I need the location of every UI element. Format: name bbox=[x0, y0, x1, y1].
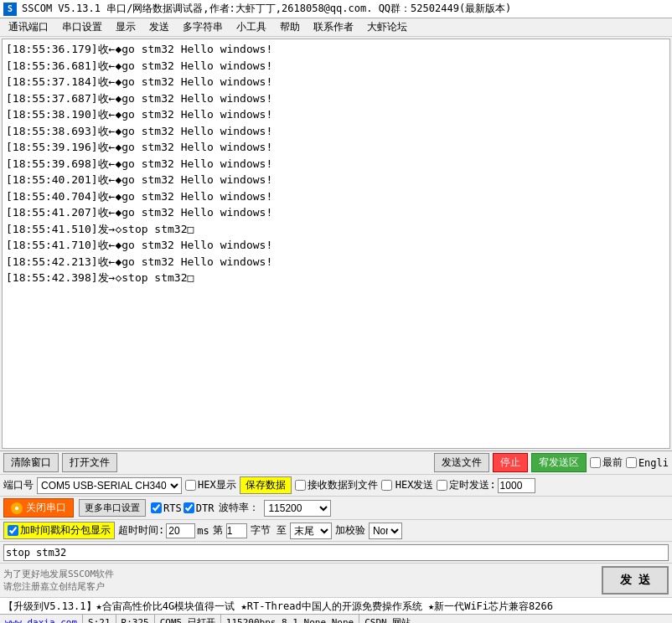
end-select[interactable]: 末尾 bbox=[290, 523, 332, 539]
timeout-label: 超时时间: bbox=[118, 523, 164, 538]
timestamp-row: 加时间戳和分包显示 超时时间: ms 第 字节 至 末尾 加校验 Nor bbox=[0, 520, 672, 542]
menu-item-大虾论坛[interactable]: 大虾论坛 bbox=[360, 18, 414, 36]
status-port: COM5 已打开 bbox=[155, 615, 221, 623]
app-icon: S bbox=[3, 3, 17, 16]
promote-line1: 为了更好地发展SSCOM软件 bbox=[3, 568, 598, 580]
timeout-input[interactable] bbox=[166, 523, 195, 538]
send-btn-row: 为了更好地发展SSCOM软件 请您注册嘉立创结尾客户 发 送 bbox=[0, 564, 672, 597]
menu-item-显示[interactable]: 显示 bbox=[109, 18, 142, 36]
send-text-input[interactable] bbox=[3, 544, 669, 561]
send-file-button[interactable]: 发送文件 bbox=[434, 453, 489, 472]
status-settings: 115200bps,8,1,None,None bbox=[221, 615, 359, 623]
menu-item-帮助[interactable]: 帮助 bbox=[273, 18, 307, 36]
baud-label: 波特率： bbox=[219, 501, 259, 515]
timed-send-group: 定时发送: bbox=[437, 478, 535, 493]
timed-send-input[interactable] bbox=[498, 478, 535, 493]
log-line: [18:55:40.704]收←◆go stm32 Hello windows! bbox=[6, 188, 666, 205]
timeout-area: 超时时间: ms bbox=[118, 523, 209, 538]
english-label: Engli bbox=[638, 457, 669, 469]
byte-label: 第 bbox=[213, 523, 223, 538]
title-bar: S SSCOM V5.13.1 串口/网络数据调试器,作者:大虾丁丁,26180… bbox=[0, 0, 672, 18]
last-label: 最前 bbox=[602, 456, 623, 470]
checksum-select[interactable]: Nor bbox=[369, 523, 402, 539]
checksum-label: 加校验 bbox=[335, 523, 365, 538]
log-line: [18:55:41.207]收←◆go stm32 Hello windows! bbox=[6, 204, 666, 221]
promote-text: 为了更好地发展SSCOM软件 请您注册嘉立创结尾客户 bbox=[3, 568, 598, 593]
english-checkbox-group: Engli bbox=[626, 457, 669, 469]
news-text: 【升级到V5.13.1】★合宙高性价比4G模块值得一试 ★RT-Thread中国… bbox=[3, 600, 553, 612]
log-line: [18:55:38.190]收←◆go stm32 Hello windows! bbox=[6, 106, 666, 123]
dtr-checkbox[interactable] bbox=[184, 502, 194, 513]
menu-item-发送[interactable]: 发送 bbox=[142, 18, 176, 36]
timeout-unit: ms bbox=[197, 525, 209, 537]
timed-send-checkbox[interactable] bbox=[437, 480, 447, 491]
log-area[interactable]: [18:55:36.179]收←◆go stm32 Hello windows!… bbox=[2, 39, 670, 449]
byte-num-input[interactable] bbox=[226, 523, 247, 538]
menu-item-多字符串[interactable]: 多字符串 bbox=[176, 18, 230, 36]
log-line: [18:55:42.398]发→◇stop stm32□ bbox=[6, 270, 666, 286]
log-line: [18:55:37.687]收←◆go stm32 Hello windows! bbox=[6, 90, 666, 107]
news-ticker: 【升级到V5.13.1】★合宙高性价比4G模块值得一试 ★RT-Thread中国… bbox=[0, 597, 672, 614]
status-s: S:21 bbox=[83, 615, 116, 623]
recv-file-checkbox[interactable] bbox=[295, 480, 306, 491]
promote-line2: 请您注册嘉立创结尾客户 bbox=[3, 580, 598, 593]
log-line: [18:55:38.693]收←◆go stm32 Hello windows! bbox=[6, 123, 666, 140]
open-send-area-button[interactable]: 宥发送区 bbox=[531, 453, 587, 472]
log-line: [18:55:36.681]收←◆go stm32 Hello windows! bbox=[6, 58, 666, 75]
port-label: 端口号 bbox=[3, 478, 34, 492]
status-version: CSDN 网站 bbox=[359, 615, 416, 623]
log-line: [18:55:41.510]发→◇stop stm32□ bbox=[6, 221, 666, 238]
port-indicator-icon: ● bbox=[11, 502, 23, 514]
log-line: [18:55:40.201]收←◆go stm32 Hello windows! bbox=[6, 172, 666, 188]
send-input-row bbox=[0, 542, 672, 564]
menu-bar: 通讯端口串口设置显示发送多字符串小工具帮助联系作者大虾论坛 bbox=[0, 18, 672, 37]
rts-checkbox[interactable] bbox=[151, 502, 162, 513]
hex-send-checkbox[interactable] bbox=[381, 480, 392, 491]
recv-file-group: 接收数据到文件 bbox=[295, 478, 378, 492]
port-control-row: ● 端口号 关闭串口 更多串口设置 RTS DTR 波特率： 115200 bbox=[0, 497, 672, 520]
hex-display-label: HEX显示 bbox=[198, 478, 236, 492]
config-row: 端口号 COM5 USB-SERIAL CH340 HEX显示 保存数据 接收数… bbox=[0, 475, 672, 497]
title-text: SSCOM V5.13.1 串口/网络数据调试器,作者:大虾丁丁,2618058… bbox=[22, 2, 511, 16]
last-checkbox-group: 最前 bbox=[590, 456, 623, 470]
log-line: [18:55:42.213]收←◆go stm32 Hello windows! bbox=[6, 254, 666, 270]
port-select[interactable]: COM5 USB-SERIAL CH340 bbox=[37, 477, 182, 494]
send-button[interactable]: 发 送 bbox=[602, 566, 669, 595]
menu-item-联系作者[interactable]: 联系作者 bbox=[307, 18, 360, 36]
status-website[interactable]: www.daxia.com bbox=[0, 615, 83, 623]
timestamp-label: 加时间戳和分包显示 bbox=[20, 523, 111, 538]
timestamp-checkbox-group: 加时间戳和分包显示 bbox=[3, 522, 115, 539]
hex-send-label: HEX发送 bbox=[395, 478, 434, 492]
close-port-button[interactable]: ● 端口号 关闭串口 bbox=[3, 498, 74, 517]
more-port-settings-button[interactable]: 更多串口设置 bbox=[79, 499, 146, 517]
toolbar-row: 清除窗口 打开文件 发送文件 停止 宥发送区 最前 Engli bbox=[0, 451, 672, 475]
recv-file-label: 接收数据到文件 bbox=[308, 478, 378, 492]
log-line: [18:55:39.698]收←◆go stm32 Hello windows! bbox=[6, 156, 666, 172]
save-data-button[interactable]: 保存数据 bbox=[240, 476, 292, 494]
status-bar: www.daxia.com S:21 R:325 COM5 已打开 115200… bbox=[0, 614, 672, 623]
rts-dtr-area: RTS DTR bbox=[151, 502, 214, 514]
bottom-panel: 清除窗口 打开文件 发送文件 停止 宥发送区 最前 Engli 端口号 COM5… bbox=[0, 451, 672, 597]
menu-item-串口设置[interactable]: 串口设置 bbox=[55, 18, 109, 36]
log-line: [18:55:36.179]收←◆go stm32 Hello windows! bbox=[6, 41, 666, 58]
byte-unit: 字节 至 bbox=[251, 523, 287, 538]
log-line: [18:55:39.196]收←◆go stm32 Hello windows! bbox=[6, 139, 666, 156]
dtr-label: DTR bbox=[196, 502, 215, 514]
status-r: R:325 bbox=[116, 615, 155, 623]
hex-send-group: HEX发送 bbox=[381, 478, 434, 492]
log-line: [18:55:37.184]收←◆go stm32 Hello windows! bbox=[6, 74, 666, 90]
timestamp-checkbox[interactable] bbox=[8, 525, 18, 536]
hex-display-checkbox[interactable] bbox=[185, 480, 196, 491]
english-checkbox[interactable] bbox=[626, 457, 637, 468]
baud-select[interactable]: 115200 bbox=[264, 500, 331, 517]
timed-send-label: 定时发送: bbox=[449, 478, 495, 492]
menu-item-小工具[interactable]: 小工具 bbox=[230, 18, 273, 36]
last-checkbox[interactable] bbox=[590, 457, 601, 468]
menu-item-通讯端口[interactable]: 通讯端口 bbox=[2, 18, 55, 36]
log-line: [18:55:41.710]收←◆go stm32 Hello windows! bbox=[6, 237, 666, 254]
stop-button[interactable]: 停止 bbox=[493, 453, 528, 472]
open-file-button[interactable]: 打开文件 bbox=[62, 453, 117, 472]
clear-window-button[interactable]: 清除窗口 bbox=[3, 453, 59, 472]
hex-display-group: HEX显示 bbox=[185, 478, 236, 492]
rts-label: RTS bbox=[163, 502, 182, 514]
